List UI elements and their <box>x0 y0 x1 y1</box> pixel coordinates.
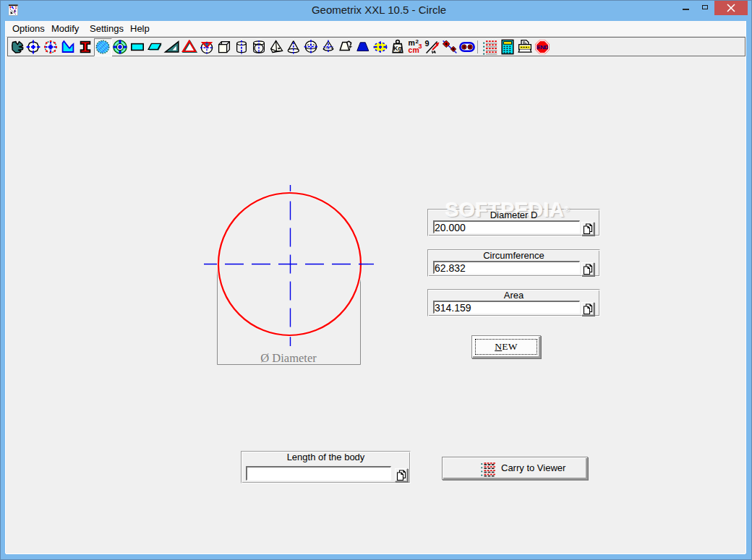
svg-text:Ø Diameter: Ø Diameter <box>260 351 317 365</box>
